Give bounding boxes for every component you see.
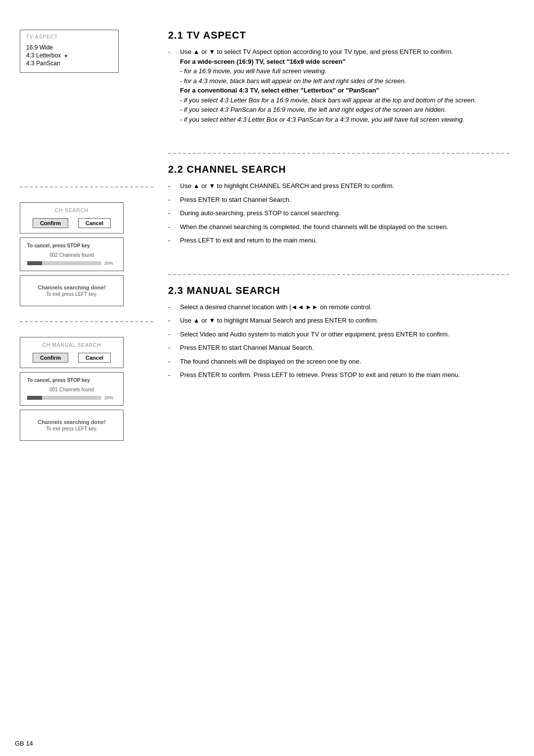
dash-icon: - [168,316,175,326]
section-21-text-italic-1: - for a 4:3 movie, black bars will appea… [180,77,406,85]
ch-manual-search-progress-fill [27,396,42,400]
section-23-bullet-0: - Select a desired channel location with… [168,302,509,312]
section-22-bullet-2: - During auto-searching, press STOP to c… [168,208,509,218]
ch-manual-search-cancel-text: To cancel, press STOP key [27,378,116,383]
section-23-text-2: Select Video and Audio system to match y… [180,330,509,339]
section-21-title: 2.1 TV ASPECT [168,30,509,41]
section-22: 2.2 CHANNEL SEARCH - Use ▲ or ▼ to highl… [168,164,509,249]
section-22-bullet-4: - Press LEFT to exit and return to the m… [168,236,509,245]
section-21-text-italic-3: - if you select 4:3 PanScan for a 16:9 m… [180,106,446,113]
section-22-title: 2.2 CHANNEL SEARCH [168,164,509,175]
section-23-bullet-2: - Select Video and Audio system to match… [168,330,509,339]
section-23-name: MANUAL SEARCH [186,285,280,296]
right-divider-2 [168,274,509,275]
right-divider-1 [168,153,509,154]
section-21-text-italic-0: - for a 16:9 movie, you will have full s… [180,67,326,75]
tv-aspect-item-2[interactable]: 4:3 PanScan [26,59,112,67]
section-23-title: 2.3 MANUAL SEARCH [168,285,509,296]
section-23-text-5: Press ENTER to confirm. Press LEFT to re… [180,370,509,380]
section-22-bullet-1: - Press ENTER to start Channel Search. [168,195,509,205]
page: TV ASPECT 16:9 Wide 4:3 Letterbox ► 4:3 … [0,0,534,756]
section-22-bullet-3: - When the channel searching is complete… [168,222,509,232]
ch-search-confirm-button[interactable]: Confirm [33,218,68,228]
section-23-bullets: - Select a desired channel location with… [168,302,509,380]
ch-manual-search-progress-bar [27,396,101,400]
section-22-bullet-0: - Use ▲ or ▼ to highlight CHANNEL SEARCH… [168,181,509,191]
ch-search-progress-pct: 20% [104,261,116,266]
ch-search-status-box: To cancel, press STOP key 002 Channels f… [20,237,124,271]
ch-manual-search-done-box: Channels searching done! To exit press L… [20,410,124,441]
section-22-text-2: During auto-searching, press STOP to can… [180,208,509,218]
ch-search-progress-wrap: 20% [27,261,116,266]
ch-search-progress-bar [27,261,101,265]
section-21-number: 2.1 [168,30,183,41]
selected-arrow-icon: ► [64,52,69,58]
section-22-number: 2.2 [168,164,183,175]
section-21: 2.1 TV ASPECT - Use ▲ or ▼ to select TV … [168,30,509,128]
left-column: TV ASPECT 16:9 Wide 4:3 Letterbox ► 4:3 … [0,15,153,741]
section-21-text-bold-1: For a conventional 4:3 TV, select either… [180,87,379,94]
section-21-text-bold-0: For a wide-screen (16:9) TV, select "16x… [180,58,346,65]
dash-icon: - [168,181,175,191]
ch-manual-search-box-title: CH MANUAL SEARCH [27,342,116,348]
dash-icon: - [168,47,175,124]
ch-manual-search-progress-wrap: 20% [27,395,116,400]
page-footer: GB 14 [15,740,33,747]
ch-search-progress-fill [27,261,42,265]
section-23-bullet-5: - Press ENTER to confirm. Press LEFT to … [168,370,509,380]
ch-search-done-box: Channels searching done! To exit press L… [20,275,124,306]
divider-1 [20,187,153,188]
ch-search-found-text: 002 Channels found [27,252,116,258]
section-23-bullet-1: - Use ▲ or ▼ to highlight Manual Search … [168,316,509,326]
section-21-text-italic-2: - if you select 4:3 Letter Box for a 16:… [180,96,476,104]
ch-search-box: CH SEARCH Confirm Cancel [20,202,124,234]
ch-manual-search-confirm-button[interactable]: Confirm [33,353,68,363]
ch-search-cancel-button[interactable]: Cancel [78,218,111,228]
section-21-bullets: - Use ▲ or ▼ to select TV Aspect option … [168,47,509,124]
section-23: 2.3 MANUAL SEARCH - Select a desired cha… [168,285,509,384]
ch-search-done-sub: To exit press LEFT key. [27,291,116,297]
section-23-text-0: Select a desired channel location with |… [180,302,509,312]
dash-icon: - [168,208,175,218]
section-22-bullets: - Use ▲ or ▼ to highlight CHANNEL SEARCH… [168,181,509,245]
ch-manual-search-status-box: To cancel, press STOP key 001 Channels f… [20,372,124,406]
ch-search-done-text: Channels searching done! [27,284,116,290]
section-22-text-1: Press ENTER to start Channel Search. [180,195,509,205]
footer-label: GB 14 [15,740,33,747]
section-22-name: CHANNEL SEARCH [186,164,286,175]
ch-manual-search-done-text: Channels searching done! [27,419,116,425]
dash-icon: - [168,330,175,339]
ch-search-cancel-text: To cancel, press STOP key [27,243,116,248]
ch-manual-search-cancel-button[interactable]: Cancel [78,353,111,363]
section-23-bullet-4: - The found channels will be displayed o… [168,357,509,367]
dash-icon: - [168,222,175,232]
dash-icon: - [168,195,175,205]
section-22-text-3: When the channel searching is completed,… [180,222,509,232]
ch-manual-search-found-text: 001 Channels found [27,387,116,392]
ch-manual-search-progress-pct: 20% [104,395,116,400]
section-22-text-4: Press LEFT to exit and return to the mai… [180,236,509,245]
section-22-text-0: Use ▲ or ▼ to highlight CHANNEL SEARCH a… [180,181,509,191]
divider-2 [20,321,153,322]
ch-manual-search-box: CH MANUAL SEARCH Confirm Cancel [20,337,124,368]
dash-icon: - [168,302,175,312]
ch-manual-search-btn-row: Confirm Cancel [27,353,116,363]
tv-aspect-box-title: TV ASPECT [26,34,112,40]
right-column: 2.1 TV ASPECT - Use ▲ or ▼ to select TV … [153,15,534,741]
section-23-bullet-3: - Press ENTER to start Channel Manual Se… [168,343,509,353]
ch-manual-search-section: CH MANUAL SEARCH Confirm Cancel To cance… [20,337,153,441]
section-23-text-1: Use ▲ or ▼ to highlight Manual Search an… [180,316,509,326]
section-23-number: 2.3 [168,285,183,296]
section-21-text-normal-0: Use ▲ or ▼ to select TV Aspect option ac… [180,48,453,55]
tv-aspect-box: TV ASPECT 16:9 Wide 4:3 Letterbox ► 4:3 … [20,30,119,73]
tv-aspect-item-1[interactable]: 4:3 Letterbox ► [26,51,112,59]
ch-manual-search-done-sub: To exit press LEFT key. [27,426,116,431]
dash-icon: - [168,357,175,367]
dash-icon: - [168,236,175,245]
ch-search-section: CH SEARCH Confirm Cancel To cancel, pres… [20,202,153,306]
ch-search-box-title: CH SEARCH [27,208,116,213]
section-21-text: Use ▲ or ▼ to select TV Aspect option ac… [180,47,509,124]
section-23-text-3: Press ENTER to start Channel Manual Sear… [180,343,509,353]
dash-icon: - [168,370,175,380]
tv-aspect-item-0[interactable]: 16:9 Wide [26,44,112,51]
